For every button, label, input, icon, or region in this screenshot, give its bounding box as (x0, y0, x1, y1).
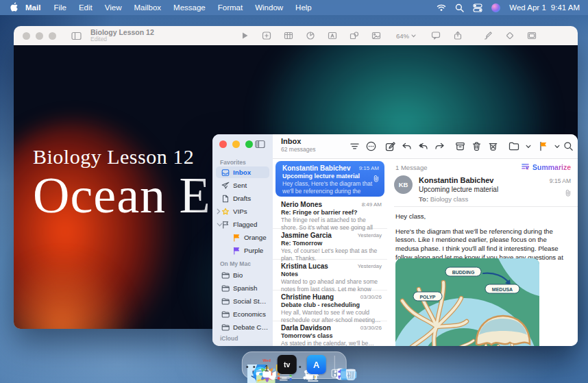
menu-app-name[interactable]: Mail (21, 3, 47, 12)
mail-sidebar-toggle-icon[interactable] (255, 139, 265, 151)
diagram-label-polyp: POLYP (419, 295, 435, 299)
chevron-down-icon[interactable] (526, 145, 531, 149)
sidebar-item-inbox[interactable]: Inbox (216, 166, 269, 178)
message-time: 03/30/26 (360, 294, 382, 300)
message-time: 03/30/26 (360, 325, 382, 331)
sidebar-item-drafts[interactable]: Drafts (216, 193, 269, 204)
sidebar-item-spanish[interactable]: Spanish (216, 282, 269, 294)
attachment-diagram[interactable]: POLYP BUDDING MEDUSA (395, 258, 539, 346)
forward-icon[interactable] (434, 141, 445, 151)
sidebar-section-on-my-mac: On My Mac (220, 260, 251, 267)
sidebar-label: Sent (233, 182, 247, 189)
table-button[interactable] (284, 31, 293, 40)
keynote-sidebar-toggle-icon[interactable] (71, 31, 82, 43)
recipient-line: To: Biology class (419, 195, 468, 203)
dock-appstore-icon[interactable]: A (307, 355, 326, 374)
folder-icon (221, 323, 230, 332)
flag-button[interactable] (539, 141, 548, 151)
menu-edit[interactable]: Edit (73, 3, 99, 12)
summarize-icon (521, 162, 530, 171)
reply-all-icon[interactable] (418, 141, 428, 151)
keynote-window-controls[interactable] (23, 32, 56, 40)
message-row[interactable]: Darla Davidson 03/30/26 Tomorrow's class… (273, 321, 387, 346)
menu-clock[interactable]: Wed Apr 1 9:41 AM (509, 3, 580, 12)
reply-icon[interactable] (402, 141, 412, 151)
menu-time: 9:41 AM (551, 3, 580, 12)
message-row[interactable]: Christine Huang 03/30/26 Debate club - r… (273, 291, 387, 321)
diagram-label-medusa: MEDUSA (492, 287, 513, 292)
message-row[interactable]: Jasmine Garcia Yesterday Re: Tomorrow Ye… (273, 229, 387, 260)
archive-icon[interactable] (455, 141, 465, 151)
sidebar-item-vips[interactable]: VIPs (216, 206, 269, 217)
running-indicator (253, 366, 255, 368)
menu-view[interactable]: View (99, 3, 128, 12)
move-to-folder-icon[interactable] (509, 141, 519, 151)
paperclip-icon (565, 187, 571, 199)
menu-window[interactable]: Window (249, 3, 289, 12)
menu-file[interactable]: File (47, 3, 73, 12)
shapes-button[interactable] (350, 31, 359, 40)
menu-help[interactable]: Help (289, 3, 318, 12)
apple-menu[interactable] (0, 2, 21, 14)
compose-icon[interactable] (385, 141, 395, 151)
zoom-control[interactable]: 64% (396, 32, 416, 40)
menu-format[interactable]: Format (212, 3, 249, 12)
sidebar-label: Spanish (233, 284, 257, 292)
text-box-button[interactable] (328, 31, 337, 40)
message-row-selected[interactable]: Konstantin Babichev 9:15 AM Upcoming lec… (275, 161, 384, 197)
tv-label: tv (284, 360, 290, 369)
mailbox-count: 62 messages (281, 146, 316, 153)
message-time: 9:15 AM (550, 177, 571, 184)
message-row[interactable]: Nerio Mones 8:49 AM Re: Fringe or barrie… (273, 198, 387, 229)
play-button[interactable] (240, 31, 249, 40)
sidebar-section-favorites: Favorites (220, 159, 246, 166)
search-icon[interactable] (455, 3, 464, 12)
comment-button[interactable] (431, 31, 441, 40)
sidebar-item-flag-orange[interactable]: Orange (216, 232, 269, 243)
dock-tv-icon[interactable]: tv (278, 355, 297, 374)
search-icon[interactable] (563, 141, 574, 151)
menu-mailbox[interactable]: Mailbox (127, 3, 167, 12)
add-slide-button[interactable] (262, 31, 271, 40)
message-subject: Upcoming lecture material (419, 186, 498, 193)
animate-button[interactable] (505, 31, 515, 40)
trash-icon[interactable] (471, 141, 482, 151)
menu-message[interactable]: Message (167, 3, 212, 12)
filter-icon[interactable] (350, 141, 360, 151)
wifi-icon[interactable] (437, 3, 446, 12)
siri-icon[interactable] (491, 3, 500, 12)
summarize-button[interactable]: Summarize (521, 162, 571, 171)
sidebar-item-flagged[interactable]: Flagged (216, 219, 269, 230)
mail-window: Favorites Inbox Sent Drafts VIPs Flagged… (212, 134, 578, 346)
message-row[interactable]: Kristina Lucas Yesterday Notes Wanted to… (273, 260, 387, 291)
chart-button[interactable] (306, 31, 315, 40)
message-subject: Tomorrow's class (281, 332, 382, 339)
chevron-down-icon[interactable] (554, 145, 560, 149)
junk-icon[interactable] (488, 141, 498, 151)
sidebar-item-social-studies[interactable]: Social St… (216, 295, 269, 307)
sidebar-label: Purple (244, 247, 263, 254)
format-brush-button[interactable] (483, 31, 493, 40)
message-time: 8:49 AM (362, 201, 382, 208)
sidebar-item-bio[interactable]: Bio (216, 269, 269, 281)
document-button[interactable] (527, 31, 537, 40)
menu-date: Wed Apr 1 (509, 3, 546, 12)
sidebar-item-sent[interactable]: Sent (216, 180, 269, 191)
control-center-icon[interactable] (473, 3, 482, 12)
summarize-label: Summarize (532, 163, 571, 171)
media-button[interactable] (371, 31, 381, 40)
dock-calendar-icon[interactable]: Wed1 (262, 358, 271, 373)
sidebar-section-icloud: iCloud (220, 335, 238, 342)
sidebar-item-economics[interactable]: Economics (216, 308, 269, 320)
message-time: Yesterday (358, 232, 382, 238)
share-button[interactable] (453, 31, 463, 40)
chevron-down-icon (411, 34, 416, 38)
calendar-weekday: Wed (262, 358, 271, 362)
mail-toolbar: Inbox 62 messages (273, 134, 578, 159)
mail-window-controls[interactable] (219, 140, 253, 148)
sidebar-item-debate-club[interactable]: Debate C… (216, 321, 269, 333)
sidebar-item-flag-purple[interactable]: Purple (216, 245, 269, 256)
recipient: Biology class (430, 195, 468, 203)
keynote-title: Biology Lesson 12 Edited (90, 28, 154, 43)
more-options-icon[interactable] (366, 141, 376, 151)
